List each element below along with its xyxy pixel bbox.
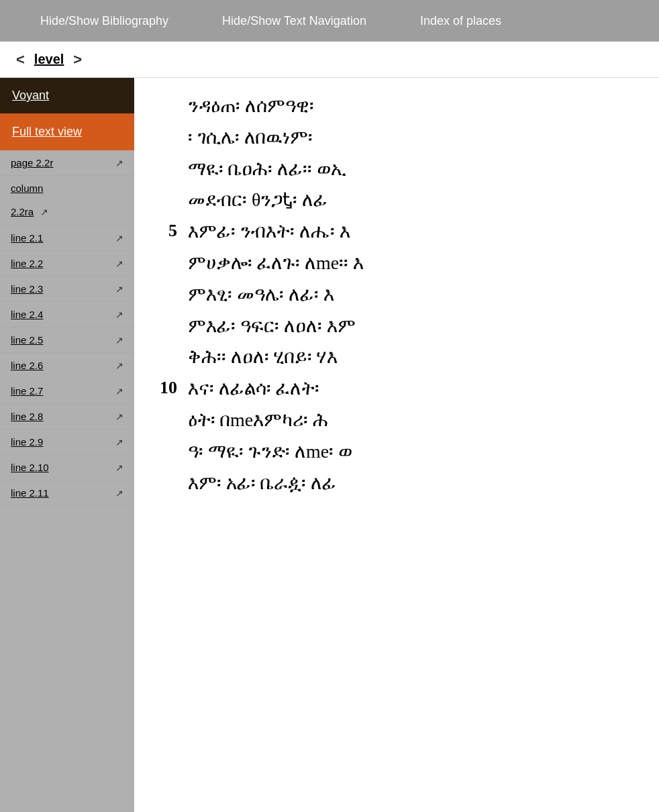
main-content: ንዳዕጠ፡ ለሰምዓዊ፡ ፡ ገሲሌ፡ ለበዉነም፡ ማዪ፡ ቤዐሕ፡ ለፊ፡፡… (134, 78, 659, 812)
nav-label-line-2-11: line 2.11 (11, 487, 49, 499)
line7-text: ምእፂ፡ መዓሌ፡ ለፊ፡ እ (188, 280, 639, 310)
nav-label-line-2-10: line 2.10 (11, 462, 49, 473)
voyant-link[interactable]: Voyant (12, 89, 49, 102)
top-navigation: Hide/Show Bibliography Hide/Show Text Na… (0, 0, 659, 42)
sidebar-item-line-2-9[interactable]: line 2.9↗ (0, 429, 134, 455)
nav-arrow-line-2-7: ↗ (115, 386, 123, 397)
ethiopic-text-block: ንዳዕጠ፡ ለሰምዓዊ፡ ፡ ገሲሌ፡ ለበዉነም፡ ማዪ፡ ቤዐሕ፡ ለፊ፡፡… (148, 91, 639, 498)
sidebar-item-voyant[interactable]: Voyant (0, 78, 134, 113)
nav-arrow-line-2-3: ↗ (115, 284, 123, 295)
text-line-8: ምእፊ፡ ዓፍር፡ ለዐለ፡ እም (148, 311, 639, 342)
nav-label-line-2-2: line 2.2 (11, 258, 43, 269)
line10-text: እና፡ ለፊልሳ፡ ፈለት፡ (188, 374, 639, 404)
sidebar-item-line-2-6[interactable]: line 2.6↗ (0, 353, 134, 378)
nav-label-line-2-4: line 2.4 (11, 309, 43, 320)
nav-arrow-column-2-2ra: ↗ (38, 207, 48, 217)
nav-label-line-2-6: line 2.6 (11, 360, 43, 371)
line6-text: ምሀቃሎ፡ ፈለጉ፡ ለme፡፡ እ (188, 248, 639, 278)
text-line-13: እም፡ አፊ፡ ቤራዿ፡ ለፊ (148, 468, 639, 499)
line11-text: ዕት፡ በmeእምካሪ፡ ሕ (188, 405, 639, 436)
main-layout: Voyant Full text view page 2.2r↗column2.… (0, 78, 659, 812)
sidebar-item-fulltext[interactable]: Full text view (0, 113, 134, 150)
nav-arrow-line-2-10: ↗ (115, 462, 123, 473)
nav-arrow-line-2-11: ↗ (115, 488, 123, 499)
text-line-3: ማዪ፡ ቤዐሕ፡ ለፊ፡፡ ወኢ (148, 154, 639, 185)
text-line-7: ምእፂ፡ መዓሌ፡ ለፊ፡ እ (148, 280, 639, 310)
nav-arrow-line-2-5: ↗ (115, 335, 123, 346)
line12-text: ዓ፡ ማዪ፡ ጉንድ፡ ለme፡ ወ (188, 437, 639, 467)
text-line-9: ቅሕ፡፡ ለዐለ፡ ሂበይ፡ ሃእ (148, 342, 639, 372)
text-line-2: ፡ ገሲሌ፡ ለበዉነም፡ (148, 123, 639, 153)
text-line-10: 10 እና፡ ለፊልሳ፡ ፈለት፡ (148, 374, 639, 404)
nav-label-line-2-3: line 2.3 (11, 283, 43, 295)
hide-show-bibliography-button[interactable]: Hide/Show Bibliography (13, 14, 195, 28)
nav-arrow-line-2-8: ↗ (115, 411, 123, 422)
line9-text: ቅሕ፡፡ ለዐለ፡ ሂበይ፡ ሃእ (188, 342, 639, 372)
line1-text: ንዳዕጠ፡ ለሰምዓዊ፡ (188, 91, 639, 121)
line8-text: ምእፊ፡ ዓፍር፡ ለዐለ፡ እም (188, 311, 639, 342)
nav-arrow-line-2-4: ↗ (115, 309, 123, 320)
sidebar: Voyant Full text view page 2.2r↗column2.… (0, 78, 134, 812)
sidebar-item-column-2-2ra[interactable]: column2.2ra ↗ (0, 176, 134, 225)
nav-label-line-2-1: line 2.1 (11, 232, 43, 244)
sidebar-item-line-2-8[interactable]: line 2.8↗ (0, 404, 134, 429)
sidebar-item-line-2-3[interactable]: line 2.3↗ (0, 276, 134, 302)
nav-label-column-2-2ra: column (11, 183, 123, 194)
text-line-1: ንዳዕጠ፡ ለሰምዓዊ፡ (148, 91, 639, 121)
line-number-10: 10 (148, 374, 188, 402)
sidebar-item-line-2-7[interactable]: line 2.7↗ (0, 378, 134, 404)
nav-label-line-2-8: line 2.8 (11, 411, 43, 422)
nav-arrow-line-2-9: ↗ (115, 437, 123, 448)
sidebar-nav-list: page 2.2r↗column2.2ra ↗line 2.1↗line 2.2… (0, 150, 134, 506)
text-line-6: ምሀቃሎ፡ ፈለጉ፡ ለme፡፡ እ (148, 248, 639, 278)
sidebar-item-page-2-2r[interactable]: page 2.2r↗ (0, 150, 134, 176)
level-next-arrow[interactable]: > (68, 51, 87, 68)
level-label: level (30, 52, 68, 67)
sidebar-item-line-2-10[interactable]: line 2.10↗ (0, 455, 134, 480)
index-of-places-button[interactable]: Index of places (393, 14, 528, 28)
text-line-11: ዕት፡ በmeእምካሪ፡ ሕ (148, 405, 639, 436)
level-prev-arrow[interactable]: < (11, 51, 30, 68)
nav-label-page-2-2r: page 2.2r (11, 157, 53, 168)
sidebar-item-line-2-1[interactable]: line 2.1↗ (0, 225, 134, 251)
nav-arrow-line-2-2: ↗ (115, 258, 123, 269)
nav-arrow-line-2-1: ↗ (115, 233, 123, 244)
text-line-4: መደብር፡ θንጋᎿ፡ ለፊ (148, 185, 639, 215)
nav-arrow-page-2-2r: ↗ (115, 158, 123, 168)
nav-label-line-2-9: line 2.9 (11, 436, 43, 448)
line2-text: ፡ ገሲሌ፡ ለበዉነም፡ (188, 123, 639, 153)
line-number-5: 5 (148, 217, 188, 245)
line3-text: ማዪ፡ ቤዐሕ፡ ለፊ፡፡ ወኢ (188, 154, 639, 185)
nav-sub-column-2-2ra: 2.2ra (11, 206, 34, 217)
sidebar-item-line-2-5[interactable]: line 2.5↗ (0, 327, 134, 353)
sidebar-item-line-2-4[interactable]: line 2.4↗ (0, 302, 134, 327)
nav-label-line-2-7: line 2.7 (11, 385, 43, 397)
nav-arrow-line-2-6: ↗ (115, 360, 123, 371)
line13-text: እም፡ አፊ፡ ቤራዿ፡ ለፊ (188, 468, 639, 499)
hide-show-text-navigation-button[interactable]: Hide/Show Text Navigation (195, 14, 393, 28)
fulltext-link[interactable]: Full text view (12, 125, 82, 138)
level-navigation: < level > (0, 42, 659, 78)
sidebar-item-line-2-11[interactable]: line 2.11↗ (0, 480, 134, 506)
line5-text: እምፊ፡ ንብእት፡ ለሔ፡ እ (188, 217, 639, 247)
text-line-12: ዓ፡ ማዪ፡ ጉንድ፡ ለme፡ ወ (148, 437, 639, 467)
sidebar-item-line-2-2[interactable]: line 2.2↗ (0, 251, 134, 276)
line4-text: መደብር፡ θንጋᎿ፡ ለፊ (188, 185, 639, 215)
nav-label-line-2-5: line 2.5 (11, 334, 43, 346)
text-line-5: 5 እምፊ፡ ንብእት፡ ለሔ፡ እ (148, 217, 639, 247)
